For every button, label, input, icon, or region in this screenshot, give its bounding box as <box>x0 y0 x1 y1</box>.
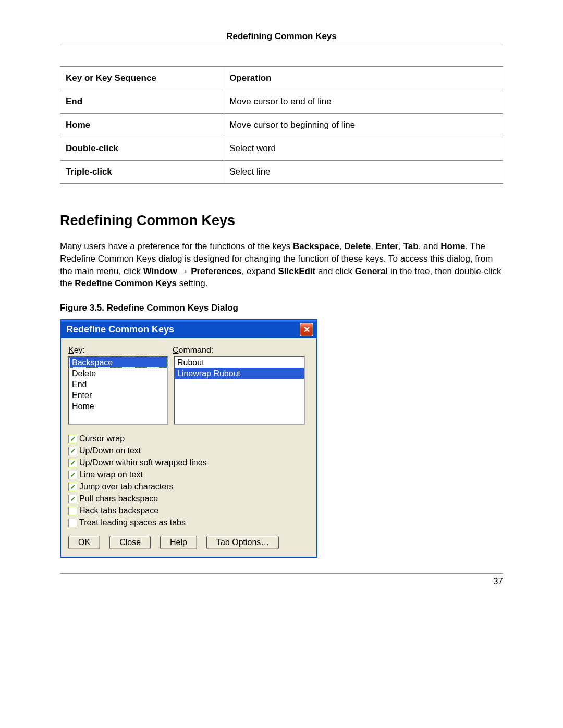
ok-button[interactable]: OK <box>68 536 100 549</box>
list-item[interactable]: End <box>69 379 167 390</box>
help-button[interactable]: Help <box>160 536 197 549</box>
body-paragraph: Many users have a preference for the fun… <box>60 240 503 290</box>
checkbox-icon[interactable] <box>68 483 77 491</box>
key-listbox[interactable]: Backspace Delete End Enter Home <box>68 356 168 425</box>
close-button[interactable]: Close <box>109 536 151 549</box>
command-listbox[interactable]: Rubout Linewrap Rubout <box>174 356 305 425</box>
checkbox-icon[interactable] <box>68 435 77 443</box>
close-icon[interactable]: ✕ <box>300 323 313 336</box>
checkbox-updown-text[interactable]: Up/Down on text <box>68 446 309 455</box>
checkbox-updown-softwrap[interactable]: Up/Down within soft wrapped lines <box>68 458 309 467</box>
list-item[interactable]: Linewrap Rubout <box>175 368 304 379</box>
list-item[interactable]: Delete <box>69 368 167 379</box>
checkbox-icon[interactable] <box>68 507 77 515</box>
checkbox-icon[interactable] <box>68 447 77 455</box>
checkbox-linewrap-text[interactable]: Line wrap on text <box>68 470 309 479</box>
footer-rule <box>60 573 503 574</box>
figure-caption: Figure 3.5. Redefine Common Keys Dialog <box>60 303 503 313</box>
key-sequence-table: Key or Key Sequence Operation End Move c… <box>60 66 503 184</box>
dialog-titlebar[interactable]: Redefine Common Keys ✕ <box>61 320 316 338</box>
table-row: Triple-click Select line <box>60 161 503 184</box>
section-heading: Redefining Common Keys <box>60 213 503 229</box>
checkbox-icon[interactable] <box>68 519 77 527</box>
checkbox-pull-backspace[interactable]: Pull chars backspace <box>68 494 309 503</box>
header-rule <box>60 45 503 45</box>
checkbox-jump-tabs[interactable]: Jump over tab characters <box>68 482 309 491</box>
page-header: Redefining Common Keys <box>60 31 503 42</box>
list-item[interactable]: Backspace <box>69 357 167 368</box>
command-label: Command: <box>173 346 213 355</box>
th-operation: Operation <box>224 67 503 90</box>
checkbox-hack-tabs[interactable]: Hack tabs backspace <box>68 506 309 515</box>
list-item[interactable]: Home <box>69 401 167 412</box>
checkbox-icon[interactable] <box>68 459 77 467</box>
redefine-keys-dialog: Redefine Common Keys ✕ Key: Command: Bac… <box>60 319 317 558</box>
checkbox-icon[interactable] <box>68 471 77 479</box>
list-item[interactable]: Enter <box>69 390 167 401</box>
page-number: 37 <box>60 576 503 587</box>
key-label: Key: <box>68 346 173 355</box>
th-key: Key or Key Sequence <box>60 67 224 90</box>
checkbox-icon[interactable] <box>68 495 77 503</box>
tab-options-button[interactable]: Tab Options… <box>206 536 279 549</box>
dialog-title: Redefine Common Keys <box>66 324 174 335</box>
table-row: Home Move cursor to beginning of line <box>60 114 503 137</box>
table-row: End Move cursor to end of line <box>60 90 503 114</box>
checkbox-leading-spaces[interactable]: Treat leading spaces as tabs <box>68 518 309 527</box>
table-row: Double-click Select word <box>60 137 503 161</box>
list-item[interactable]: Rubout <box>175 357 304 368</box>
checkbox-cursor-wrap[interactable]: Cursor wrap <box>68 434 309 443</box>
